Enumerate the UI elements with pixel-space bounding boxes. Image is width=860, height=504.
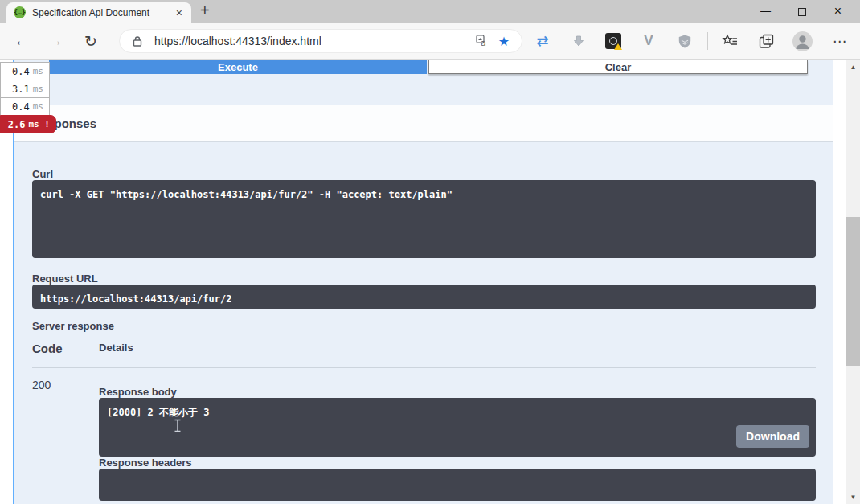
extension-icon[interactable]: [601, 23, 625, 59]
clear-button[interactable]: Clear: [428, 60, 808, 74]
browser-tab[interactable]: {…} Specification Api Document ×: [6, 2, 191, 23]
scrollbar-thumb[interactable]: [846, 217, 860, 366]
translate-icon[interactable]: a: [473, 35, 493, 47]
shield-extension-icon[interactable]: [673, 23, 697, 59]
responses-inner: Curl curl -X GET "https://localhost:4431…: [14, 142, 833, 501]
timing-badge: 0.4ms: [0, 97, 50, 116]
status-code: 200: [32, 379, 99, 501]
details-column-header: Details: [99, 342, 133, 355]
vimium-extension-icon[interactable]: V: [637, 23, 661, 59]
browser-window: {…} Specification Api Document × + — × ←…: [0, 0, 860, 504]
response-details-cell: Response body [2000] 2 不能小于 3Download Re…: [99, 379, 816, 501]
timing-badge: 0.4ms: [0, 62, 50, 80]
new-tab-button[interactable]: +: [200, 2, 210, 20]
swagger-opblock: Execute Clear Responses Curl curl -X GET…: [13, 60, 833, 504]
window-minimize-button[interactable]: —: [747, 0, 784, 23]
settings-menu-button[interactable]: ⋯: [828, 23, 852, 59]
timing-badges-overlay: 0.4ms 3.1ms 0.4ms 2.6ms !: [0, 63, 56, 133]
response-table-header: Code Details: [32, 342, 816, 368]
reload-button[interactable]: ↻: [79, 23, 103, 59]
browser-toolbar: ← → ↻ https://localhost:44313/index.html…: [0, 23, 860, 60]
scroll-down-arrow[interactable]: ▼: [846, 490, 860, 504]
page-content: Execute Clear Responses Curl curl -X GET…: [0, 60, 846, 504]
favorites-hub-icon[interactable]: [718, 23, 742, 59]
tab-title: Specification Api Document: [32, 7, 174, 18]
address-bar[interactable]: https://localhost:44313/index.html a ★: [119, 29, 522, 53]
forward-button[interactable]: →: [43, 23, 68, 59]
request-url-label: Request URL: [32, 272, 816, 285]
url-text[interactable]: https://localhost:44313/index.html: [154, 35, 473, 47]
timing-badge: 3.1ms: [0, 80, 50, 98]
swagger-favicon-icon: {…}: [14, 6, 26, 18]
maximize-icon: [798, 8, 806, 16]
profile-avatar[interactable]: [790, 23, 814, 59]
response-body-text: [2000] 2 不能小于 3: [107, 407, 209, 418]
scroll-up-arrow[interactable]: ▲: [846, 60, 860, 74]
toolbar-divider: [707, 32, 708, 50]
server-response-label: Server response: [32, 320, 816, 332]
execute-row: Execute Clear: [14, 60, 833, 74]
collections-icon[interactable]: [754, 23, 778, 59]
responses-section-header: Responses: [14, 105, 833, 142]
curl-label: Curl: [32, 168, 816, 180]
titlebar: {…} Specification Api Document × + — ×: [0, 0, 860, 23]
code-column-header: Code: [32, 342, 99, 355]
back-button[interactable]: ←: [10, 23, 34, 59]
favorite-star-icon[interactable]: ★: [493, 34, 514, 49]
response-headers-label: Response headers: [99, 457, 816, 469]
timing-badge-alert: 2.6ms !: [0, 115, 56, 133]
text-cursor: [174, 419, 182, 436]
window-maximize-button[interactable]: [784, 0, 820, 23]
lock-icon: [127, 35, 148, 47]
sync-extension-icon[interactable]: ⇄: [530, 23, 555, 59]
execute-button[interactable]: Execute: [49, 60, 427, 74]
window-close-button[interactable]: ×: [820, 0, 856, 23]
response-body-label: Response body: [99, 386, 816, 398]
response-table-row: 200 Response body [2000] 2 不能小于 3Downloa…: [32, 368, 816, 501]
opblock-spacer: [14, 74, 833, 105]
vertical-scrollbar[interactable]: ▲ ▼: [846, 60, 860, 504]
tab-close-icon[interactable]: ×: [174, 7, 184, 18]
download-arrow-icon[interactable]: [567, 23, 591, 59]
curl-command-block: curl -X GET "https://localhost:44313/api…: [32, 180, 816, 258]
response-body-block: [2000] 2 不能小于 3Download: [99, 398, 816, 457]
request-url-block: https://localhost:44313/api/fur/2: [32, 285, 816, 309]
download-button[interactable]: Download: [736, 425, 809, 448]
response-headers-block: [99, 469, 816, 501]
